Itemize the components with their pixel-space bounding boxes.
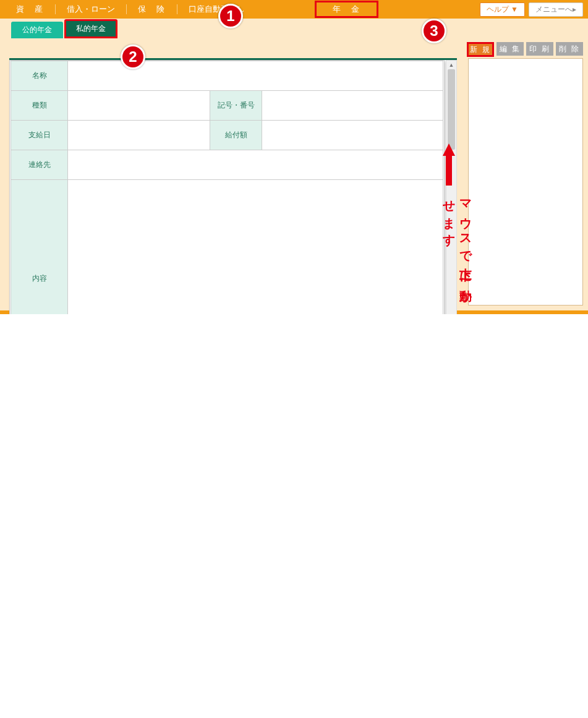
side-list-panel[interactable]: [468, 58, 583, 306]
callout-3: 3: [422, 19, 446, 43]
topbar: 資 産 借入・ローン 保 険 口座自動引落し 年 金 ヘルプ ▼ メニューへ▸: [0, 0, 588, 19]
input-type[interactable]: [68, 91, 210, 121]
print-button[interactable]: 印 刷: [526, 42, 553, 56]
label-pay-date: 支給日: [11, 121, 68, 150]
callout-2: 2: [121, 45, 145, 69]
form-scroll: 名称 種類 記号・番号 支給日 給付額: [9, 60, 445, 314]
nav-pension[interactable]: 年 金: [315, 1, 378, 18]
help-button[interactable]: ヘルプ ▼: [480, 2, 525, 17]
input-symbol-no[interactable]: [262, 91, 443, 121]
callout-1: 1: [218, 4, 243, 28]
arrow-up-icon: [443, 143, 455, 156]
scroll-up-icon[interactable]: ▲: [446, 61, 456, 69]
label-content: 内容: [11, 180, 68, 315]
input-content[interactable]: [68, 180, 443, 315]
nav-loan[interactable]: 借入・ローン: [56, 0, 126, 19]
topnav: 資 産 借入・ローン 保 険 口座自動引落し 年 金: [5, 0, 378, 19]
scroll-thumb[interactable]: [448, 69, 455, 150]
tab-private-pension[interactable]: 私的年金: [64, 19, 117, 38]
form-table: 名称 種類 記号・番号 支給日 給付額: [10, 61, 444, 314]
label-contact: 連絡先: [11, 150, 68, 180]
nav-assets[interactable]: 資 産: [5, 0, 55, 19]
edit-button[interactable]: 編 集: [496, 42, 524, 56]
content-strip: 公的年金 私的年金 新 規 編 集 印 刷 削 除 名称 種類: [0, 19, 588, 314]
label-benefit: 給付額: [210, 121, 262, 150]
tabs-row: 公的年金 私的年金: [0, 19, 588, 38]
input-pay-date[interactable]: [68, 121, 210, 150]
side-buttons: 新 規 編 集 印 刷 削 除: [467, 42, 583, 57]
scroll-note: マウスで上下に動かせます: [441, 192, 474, 314]
delete-button[interactable]: 削 除: [556, 42, 583, 56]
main-form-wrap: 名称 種類 記号・番号 支給日 給付額: [9, 58, 457, 314]
label-symbol-no: 記号・番号: [210, 91, 262, 121]
topbar-right: ヘルプ ▼ メニューへ▸: [480, 2, 583, 17]
label-type: 種類: [11, 91, 68, 121]
label-name: 名称: [11, 61, 68, 91]
nav-autodebit[interactable]: 口座自動引落し: [177, 0, 256, 19]
new-button[interactable]: 新 規: [467, 42, 494, 57]
input-benefit[interactable]: [262, 121, 443, 150]
nav-insurance[interactable]: 保 険: [127, 0, 177, 19]
menu-button[interactable]: メニューへ▸: [529, 2, 583, 17]
input-contact[interactable]: [68, 150, 443, 180]
tab-public-pension[interactable]: 公的年金: [11, 22, 63, 38]
